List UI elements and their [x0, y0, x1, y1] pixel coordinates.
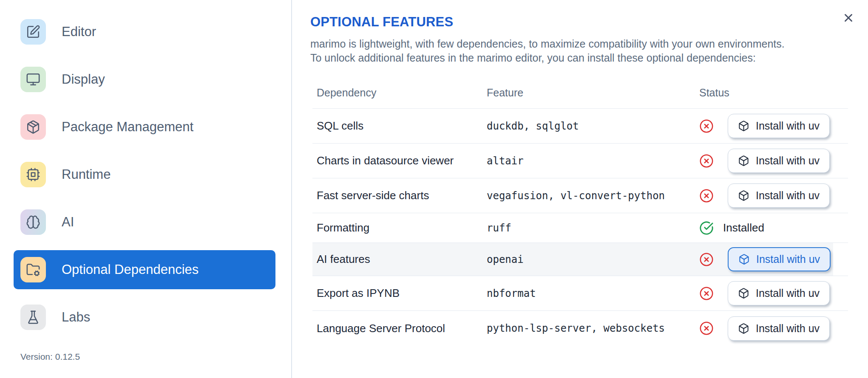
sidebar-item-display[interactable]: Display — [14, 60, 275, 99]
brain-icon — [20, 209, 46, 235]
sidebar-item-label: Optional Dependencies — [62, 262, 199, 277]
dependencies-table: Dependency Feature Status SQL cells duck… — [312, 77, 848, 346]
page-title: OPTIONAL FEATURES — [310, 15, 868, 28]
sidebar-item-label: AI — [62, 214, 74, 230]
optional-features-panel: OPTIONAL FEATURES marimo is lightweight,… — [292, 0, 868, 378]
table-header: Dependency Feature Status — [312, 77, 848, 109]
sidebar-item-label: Labs — [62, 310, 90, 325]
circle-x-icon — [699, 119, 714, 133]
feature-cell: ruff — [487, 222, 699, 234]
sidebar-item-package-management[interactable]: Package Management — [14, 107, 275, 147]
install-with-uv-button[interactable]: Install with uv — [728, 183, 830, 208]
table-row: AI features openai Install with uv — [312, 243, 848, 276]
dependency-cell: Formatting — [317, 221, 487, 234]
square-pen-icon — [20, 19, 46, 45]
column-header-feature: Feature — [487, 87, 699, 99]
status-cell: Installed — [699, 221, 852, 235]
close-icon[interactable] — [841, 10, 856, 25]
box-icon — [738, 254, 750, 265]
status-cell: Install with uv — [699, 114, 852, 138]
package-icon — [20, 114, 46, 140]
feature-cell: vegafusion, vl-convert-python — [487, 190, 699, 202]
table-row: Formatting ruff Installed — [312, 213, 848, 243]
status-cell: Install with uv — [699, 183, 852, 208]
table-row: Language Server Protocol python-lsp-serv… — [312, 311, 848, 346]
sidebar-item-label: Package Management — [62, 119, 193, 135]
flask-icon — [20, 305, 46, 330]
status-cell: Install with uv — [699, 149, 852, 173]
box-icon — [738, 120, 749, 132]
sidebar-item-label: Runtime — [62, 167, 111, 182]
install-with-uv-button[interactable]: Install with uv — [728, 149, 830, 173]
description-line-2: To unlock additional features in the mar… — [310, 52, 756, 64]
install-with-uv-button[interactable]: Install with uv — [728, 114, 830, 138]
feature-cell: python-lsp-server, websockets — [487, 322, 699, 334]
box-icon — [738, 190, 749, 201]
status-cell: Install with uv — [699, 281, 852, 305]
panel-description: marimo is lightweight, with few dependen… — [310, 37, 844, 65]
status-cell: Install with uv — [699, 247, 852, 271]
sidebar-item-ai[interactable]: AI — [14, 203, 275, 242]
version-label: Version: 0.12.5 — [20, 352, 80, 362]
sidebar-item-label: Display — [62, 72, 105, 87]
install-with-uv-button[interactable]: Install with uv — [728, 281, 830, 305]
box-icon — [738, 155, 749, 166]
dependency-cell: SQL cells — [317, 119, 487, 133]
settings-sidebar: Editor Display Package Management Runtim… — [0, 0, 292, 378]
sidebar-item-editor[interactable]: Editor — [14, 12, 275, 51]
table-row: Fast server-side charts vegafusion, vl-c… — [312, 178, 848, 213]
folder-cog-icon — [20, 257, 46, 282]
column-header-dependency: Dependency — [317, 87, 487, 99]
settings-dialog: Editor Display Package Management Runtim… — [0, 0, 868, 378]
sidebar-item-label: Editor — [62, 24, 96, 39]
status-cell: Install with uv — [699, 316, 852, 341]
table-row: SQL cells duckdb, sqlglot Install with u… — [312, 109, 848, 144]
sidebar-item-labs[interactable]: Labs — [14, 298, 275, 337]
column-header-status: Status — [699, 87, 852, 99]
feature-cell: openai — [487, 254, 699, 265]
feature-cell: altair — [487, 155, 699, 167]
table-row: Export as IPYNB nbformat Install with uv — [312, 276, 848, 311]
circle-x-icon — [699, 154, 714, 168]
dependency-cell: AI features — [317, 253, 487, 266]
cpu-icon — [20, 162, 46, 187]
box-icon — [738, 288, 749, 299]
sidebar-item-runtime[interactable]: Runtime — [14, 155, 275, 194]
circle-x-icon — [699, 286, 714, 301]
circle-x-icon — [699, 252, 714, 267]
dependency-cell: Language Server Protocol — [317, 322, 487, 335]
description-line-1: marimo is lightweight, with few dependen… — [310, 38, 785, 50]
circle-check-icon — [699, 221, 714, 235]
feature-cell: duckdb, sqlglot — [487, 120, 699, 132]
feature-cell: nbformat — [487, 288, 699, 299]
install-with-uv-button[interactable]: Install with uv — [728, 247, 831, 271]
sidebar-item-optional-dependencies[interactable]: Optional Dependencies — [14, 250, 275, 289]
table-body: SQL cells duckdb, sqlglot Install with u… — [312, 109, 848, 346]
dependency-cell: Fast server-side charts — [317, 189, 487, 202]
dependency-cell: Charts in datasource viewer — [317, 154, 487, 167]
install-with-uv-button[interactable]: Install with uv — [728, 316, 830, 341]
installed-status-label: Installed — [723, 221, 764, 234]
dependency-cell: Export as IPYNB — [317, 287, 487, 300]
sidebar-item-list: Editor Display Package Management Runtim… — [0, 12, 291, 337]
box-icon — [738, 323, 749, 334]
table-row: Charts in datasource viewer altair Insta… — [312, 144, 848, 178]
circle-x-icon — [699, 321, 714, 336]
circle-x-icon — [699, 189, 714, 203]
monitor-icon — [20, 67, 46, 92]
